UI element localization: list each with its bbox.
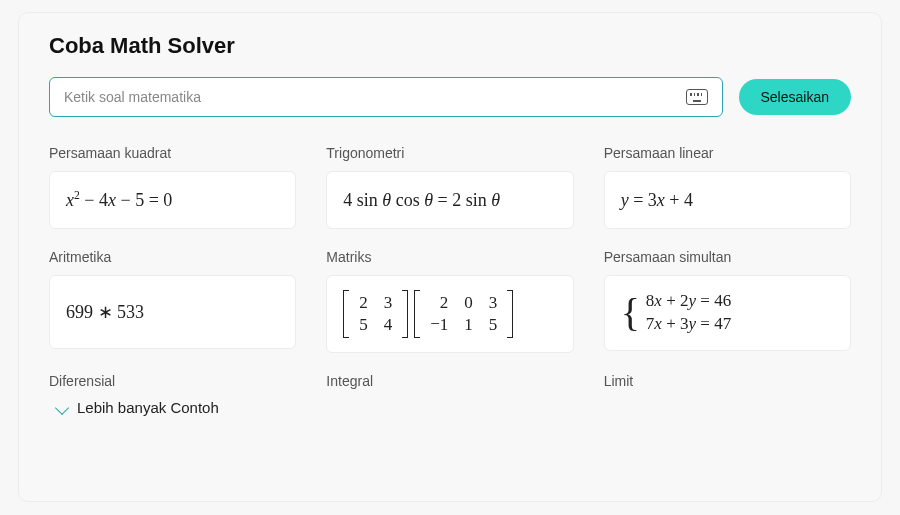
search-box[interactable] bbox=[49, 77, 723, 117]
category-quadratic: Persamaan kuadrat x2 − 4x − 5 = 0 bbox=[49, 145, 296, 229]
example-quadratic[interactable]: x2 − 4x − 5 = 0 bbox=[49, 171, 296, 229]
category-linear: Persamaan linear y = 3x + 4 bbox=[604, 145, 851, 229]
examples-grid: Persamaan kuadrat x2 − 4x − 5 = 0 Trigon… bbox=[49, 145, 851, 416]
category-label: Persamaan simultan bbox=[604, 249, 851, 265]
example-simultaneous[interactable]: { 8x + 2y = 46 7x + 3y = 47 bbox=[604, 275, 851, 351]
category-matrix: Matriks 2354 203−115 bbox=[326, 249, 573, 353]
category-label: Trigonometri bbox=[326, 145, 573, 161]
category-label: Matriks bbox=[326, 249, 573, 265]
category-simultaneous: Persamaan simultan { 8x + 2y = 46 7x + 3… bbox=[604, 249, 851, 353]
matrix-expression: 2354 203−115 bbox=[343, 290, 513, 338]
more-examples-toggle[interactable]: Lebih banyak Contoh bbox=[49, 399, 296, 416]
category-label: Persamaan linear bbox=[604, 145, 851, 161]
page-title: Coba Math Solver bbox=[49, 33, 851, 59]
category-label: Integral bbox=[326, 373, 573, 389]
example-matrix[interactable]: 2354 203−115 bbox=[326, 275, 573, 353]
category-label: Persamaan kuadrat bbox=[49, 145, 296, 161]
expr-text: y = 3x + 4 bbox=[621, 190, 693, 211]
system-line-2: 7x + 3y = 47 bbox=[646, 313, 731, 336]
category-arithmetic: Aritmetika 699 ∗ 533 bbox=[49, 249, 296, 353]
expr-text: 4 sin θ cos θ = 2 sin θ bbox=[343, 190, 500, 211]
category-label: Aritmetika bbox=[49, 249, 296, 265]
example-linear[interactable]: y = 3x + 4 bbox=[604, 171, 851, 229]
category-integral: Integral bbox=[326, 373, 573, 416]
category-differential: Diferensial Lebih banyak Contoh bbox=[49, 373, 296, 416]
expr-text: x2 − 4x − 5 = 0 bbox=[66, 189, 172, 211]
math-solver-card: Coba Math Solver Selesaikan Persamaan ku… bbox=[18, 12, 882, 502]
category-label: Diferensial bbox=[49, 373, 296, 389]
example-trigonometry[interactable]: 4 sin θ cos θ = 2 sin θ bbox=[326, 171, 573, 229]
expr-text: 699 ∗ 533 bbox=[66, 301, 144, 323]
solve-button[interactable]: Selesaikan bbox=[739, 79, 852, 115]
search-input[interactable] bbox=[64, 89, 686, 105]
system-expression: { 8x + 2y = 46 7x + 3y = 47 bbox=[621, 290, 731, 336]
chevron-down-icon bbox=[55, 400, 69, 414]
more-examples-label: Lebih banyak Contoh bbox=[77, 399, 219, 416]
system-line-1: 8x + 2y = 46 bbox=[646, 290, 731, 313]
matrix-a: 2354 bbox=[343, 290, 408, 338]
keyboard-icon[interactable] bbox=[686, 89, 708, 105]
matrix-b: 203−115 bbox=[414, 290, 513, 338]
category-limit: Limit bbox=[604, 373, 851, 416]
left-brace-icon: { bbox=[621, 293, 640, 333]
category-label: Limit bbox=[604, 373, 851, 389]
search-row: Selesaikan bbox=[49, 77, 851, 117]
category-trigonometry: Trigonometri 4 sin θ cos θ = 2 sin θ bbox=[326, 145, 573, 229]
example-arithmetic[interactable]: 699 ∗ 533 bbox=[49, 275, 296, 349]
